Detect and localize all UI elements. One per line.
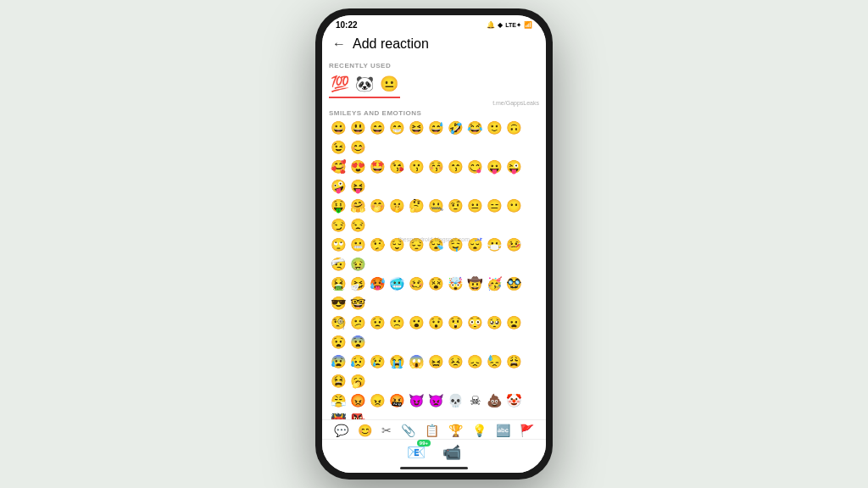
emoji[interactable]: 🥵 <box>368 274 387 293</box>
emoji[interactable]: 😴 <box>465 236 484 254</box>
emoji[interactable]: 😀 <box>329 119 348 137</box>
emoji[interactable]: 🤗 <box>348 197 367 215</box>
emoji[interactable]: 😛 <box>485 158 504 176</box>
emoji[interactable]: 😡 <box>348 391 367 410</box>
emoji[interactable]: 🤒 <box>504 236 523 254</box>
emoji[interactable]: 😉 <box>329 138 348 157</box>
emoji[interactable]: ☠ <box>465 391 484 410</box>
emoji[interactable]: 💀 <box>446 391 465 410</box>
emoji[interactable]: 🤩 <box>368 158 387 176</box>
emoji[interactable]: 🥰 <box>329 158 348 176</box>
emoji[interactable]: 😰 <box>329 352 348 371</box>
emoji[interactable]: 🥳 <box>485 274 504 293</box>
emoji[interactable]: 🤢 <box>348 255 367 274</box>
emoji[interactable]: 🥶 <box>387 274 406 293</box>
emoji[interactable]: 😜 <box>504 158 523 176</box>
emoji[interactable]: 😣 <box>446 352 465 371</box>
emoji[interactable]: 👹 <box>329 411 348 419</box>
emoji[interactable]: 👺 <box>348 411 367 419</box>
nav-icon-link[interactable]: 📎 <box>401 424 415 437</box>
nav-icon-bulb[interactable]: 💡 <box>472 424 487 437</box>
emoji[interactable]: 🤬 <box>387 391 406 410</box>
nav-icon-text[interactable]: 🔤 <box>496 424 510 437</box>
emoji[interactable]: 😊 <box>348 138 367 157</box>
emoji[interactable]: 🤕 <box>329 255 348 274</box>
emoji[interactable]: 😒 <box>348 216 367 235</box>
emoji[interactable]: 😯 <box>426 313 445 332</box>
nav-icon-chat[interactable]: 💬 <box>334 424 348 437</box>
emoji[interactable]: 💩 <box>485 391 504 410</box>
emoji[interactable]: 😆 <box>407 119 426 137</box>
emoji[interactable]: 😐 <box>465 197 484 215</box>
emoji[interactable]: 🤤 <box>446 236 465 254</box>
emoji[interactable]: 😌 <box>387 236 406 254</box>
nav-icon-flag[interactable]: 🚩 <box>520 424 534 437</box>
tab-calls[interactable]: 📹 <box>442 443 461 462</box>
emoji[interactable]: 😄 <box>368 119 387 137</box>
back-button[interactable]: ← <box>332 36 346 52</box>
emoji[interactable]: 😓 <box>485 352 504 371</box>
emoji[interactable]: 🥴 <box>407 274 426 293</box>
nav-icon-scissors[interactable]: ✂ <box>381 424 392 437</box>
nav-icon-trophy[interactable]: 🏆 <box>448 424 463 437</box>
emoji[interactable]: 😲 <box>446 313 465 332</box>
emoji[interactable]: 🤯 <box>446 274 465 293</box>
emoji[interactable]: 🤣 <box>446 119 465 137</box>
emoji[interactable]: 🙃 <box>504 119 523 137</box>
emoji[interactable]: 😕 <box>348 313 367 332</box>
emoji[interactable]: 😧 <box>329 333 348 352</box>
tab-messages[interactable]: 📧 99+ <box>407 443 426 462</box>
emoji[interactable]: 😁 <box>387 119 406 137</box>
home-indicator[interactable] <box>400 467 468 469</box>
emoji[interactable]: 😈 <box>407 391 426 410</box>
emoji[interactable]: 👿 <box>426 391 445 410</box>
emoji[interactable]: 😚 <box>426 158 445 176</box>
emoji[interactable]: 😃 <box>348 119 367 137</box>
emoji-content[interactable]: RECENTLY USED 💯 🐼 😐 t.me/GappsLeaks SMIL… <box>322 58 546 419</box>
emoji[interactable]: 🙁 <box>387 313 406 332</box>
emoji[interactable]: 😪 <box>426 236 445 254</box>
emoji[interactable]: 🤨 <box>446 197 465 215</box>
emoji[interactable]: 😠 <box>368 391 387 410</box>
emoji[interactable]: 😨 <box>348 333 367 352</box>
nav-icon-emoji[interactable]: 😊 <box>358 424 372 437</box>
emoji[interactable]: 😘 <box>387 158 406 176</box>
emoji[interactable]: 🤓 <box>348 294 367 313</box>
emoji[interactable]: 😙 <box>446 158 465 176</box>
recent-emoji-2[interactable]: 🐼 <box>353 73 376 95</box>
emoji[interactable]: 😎 <box>329 294 348 313</box>
emoji[interactable]: 😬 <box>348 236 367 254</box>
emoji[interactable]: 😵 <box>426 274 445 293</box>
emoji[interactable]: 😢 <box>368 352 387 371</box>
emoji[interactable]: 😅 <box>426 119 445 137</box>
emoji[interactable]: 😑 <box>485 197 504 215</box>
emoji[interactable]: 😝 <box>348 177 367 196</box>
emoji[interactable]: 😶 <box>504 197 523 215</box>
emoji[interactable]: 😋 <box>465 158 484 176</box>
emoji[interactable]: 😂 <box>465 119 484 137</box>
emoji[interactable]: 😳 <box>465 313 484 332</box>
emoji[interactable]: 🥱 <box>348 372 367 391</box>
emoji[interactable]: 😏 <box>329 216 348 235</box>
emoji[interactable]: 🤡 <box>504 391 523 410</box>
recent-emoji-3[interactable]: 😐 <box>378 73 400 95</box>
emoji[interactable]: 🥸 <box>504 274 523 293</box>
emoji[interactable]: 🥺 <box>485 313 504 332</box>
emoji[interactable]: 🤭 <box>368 197 387 215</box>
emoji[interactable]: 😔 <box>407 236 426 254</box>
emoji[interactable]: 😦 <box>504 313 523 332</box>
emoji[interactable]: 😭 <box>387 352 406 371</box>
emoji[interactable]: 😗 <box>407 158 426 176</box>
emoji[interactable]: 🤥 <box>368 236 387 254</box>
emoji[interactable]: 🙂 <box>485 119 504 137</box>
emoji[interactable]: 😍 <box>348 158 367 176</box>
emoji[interactable]: 😫 <box>329 372 348 391</box>
emoji[interactable]: 🤧 <box>348 274 367 293</box>
emoji[interactable]: 🧐 <box>329 313 348 332</box>
emoji[interactable]: 🤑 <box>329 197 348 215</box>
emoji[interactable]: 😱 <box>407 352 426 371</box>
emoji[interactable]: 🤪 <box>329 177 348 196</box>
emoji[interactable]: 😩 <box>504 352 523 371</box>
emoji[interactable]: 😤 <box>329 391 348 410</box>
emoji[interactable]: 😟 <box>368 313 387 332</box>
